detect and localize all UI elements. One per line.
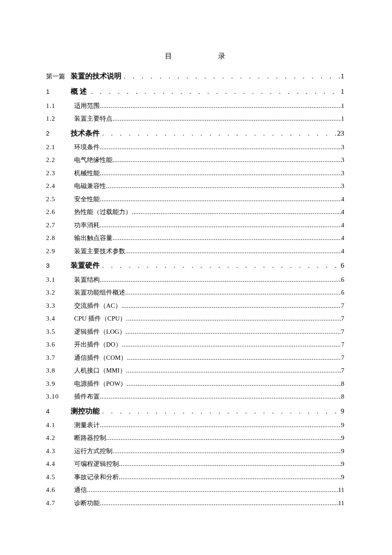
toc-entry-number: 3.3 [46,300,71,312]
toc-leader: ........................................… [121,300,341,312]
toc-entry-label: 功率消耗 [71,219,100,231]
toc-entry: 4.3运行方式控制...............................… [46,445,344,457]
toc-entry: 3.8人机接口（MMI）............................… [46,364,344,377]
toc-entry-page: 7 [341,312,345,325]
toc-leader: ........................................… [100,497,338,509]
toc-entry: 3.6开出插件（DO）.............................… [46,338,344,351]
toc-entry: 4测控功能．．．．．．．．．．．．．．．．．．．．．．．．．．．．．．．．．．．… [46,405,344,418]
toc-entry-page: 1 [341,85,345,98]
toc-entry-number: 2.7 [46,219,71,231]
toc-leader: ．．．．．．．．．．．．．．．．．．．．．．．．．．．．．．．．．．．．．．．．… [100,405,341,418]
toc-entry-number: 2.1 [46,141,71,153]
toc-entry: 4.6通信...................................… [46,484,344,496]
toc-leader: ........................................… [112,113,341,125]
toc-entry-number: 3.5 [46,326,71,338]
toc-entry-page: 7 [341,300,345,312]
toc-entry-page: 9 [341,419,345,431]
toc-entry-page: 1 [341,69,345,83]
toc-entry-page: 7 [341,352,345,364]
toc-entry-label: 安全性能 [71,193,100,205]
toc-leader: ........................................… [100,167,341,179]
toc-entry: 4.1测量表计.................................… [46,419,344,431]
toc-entry-number: 3.10 [46,390,71,403]
toc-entry-label: CPU 插件（CPU） [71,312,126,325]
toc-leader: ........................................… [112,445,341,457]
toc-entry: 3.2装置功能组件概述.............................… [46,286,344,299]
toc-entry-number: 4.3 [46,445,71,457]
toc-entry-page: 4 [341,232,345,244]
toc-entry-number: 4.2 [46,432,71,444]
toc-entry: 2.2电气绝缘性能...............................… [46,154,344,166]
toc-entry: 2.4电磁兼容性................................… [46,180,344,192]
toc-leader: ........................................… [125,245,341,257]
toc-entry-page: 4 [341,193,345,205]
toc-entry: 3.4CPU 插件（CPU）..........................… [46,312,344,325]
toc-entry-label: 电磁兼容性 [71,180,106,192]
toc-entry-page: 11 [338,497,344,509]
toc-entry-page: 9 [341,458,345,470]
toc-leader: ．．．．．．．．．．．．．．．．．．．．．．．．．．．．．．．．．．．．．．．．… [100,260,341,272]
toc-entry: 3.7通信插件（COM）............................… [46,352,344,364]
toc-entry: 2.1环境条件.................................… [46,141,344,153]
toc-leader: ........................................… [112,154,341,166]
toc-entry-number: 3.6 [46,338,71,351]
toc-entry-label: 断路器控制 [71,432,106,444]
toc-entry: 3.1装置结构.................................… [46,274,344,286]
toc-entry-number: 3.2 [46,286,71,299]
toc-leader: ........................................… [126,364,341,377]
toc-entry-number: 2.9 [46,245,71,257]
toc-entry-number: 3.4 [46,312,71,325]
toc-entry-page: 3 [341,180,345,192]
toc-entry-label: 测控功能 [71,405,100,418]
toc-leader: ........................................… [106,180,341,192]
toc-entry-page: 9 [341,471,345,483]
toc-entry-number: 3.8 [46,364,71,377]
toc-leader: ........................................… [100,141,341,153]
toc-entry-number: 2.8 [46,232,71,244]
toc-entry-label: 通信插件（COM） [71,352,127,364]
toc-entry-number: 3 [46,260,71,272]
toc-leader: ........................................… [100,193,341,205]
toc-entry-label: 装置的技术说明 [71,69,121,83]
toc-entry-label: 可编程逻辑控制 [71,458,119,470]
toc-entry-page: 1 [341,100,345,112]
toc-leader: ........................................… [132,206,341,218]
toc-entry-label: 热性能（过载能力） [71,206,132,218]
toc-entry-page: 9 [341,405,345,418]
toc-entry-label: 开出插件（DO） [71,338,122,351]
toc-entry: 2.7功率消耗.................................… [46,219,344,231]
toc-entry-page: 3 [341,167,345,179]
toc-leader: ．．．．．．．．．．．．．．．．．．．．．．．．．．．．．．．．．．．．．．．．… [121,70,341,83]
toc-entry: 4.4可编程逻辑控制..............................… [46,458,344,470]
toc-entry: 2技术条件．．．．．．．．．．．．．．．．．．．．．．．．．．．．．．．．．．．… [46,127,344,140]
toc-title: 目 录 [46,51,344,61]
toc-leader: ........................................… [122,338,341,351]
toc-entry-label: 电气绝缘性能 [71,154,112,166]
toc-entry-label: 环境条件 [71,141,100,153]
toc-entry: 1.2装置主要特点...............................… [46,113,344,125]
toc-entry-page: 4 [341,206,345,218]
toc-leader: ........................................… [119,458,341,470]
toc-entry: 第一篇装置的技术说明．．．．．．．．．．．．．．．．．．．．．．．．．．．．．．… [46,69,344,83]
toc-leader: ........................................… [126,312,341,325]
toc-entry: 2.5安全性能.................................… [46,193,344,205]
toc-entry-label: 交流插件（AC） [71,300,121,312]
toc-leader: ........................................… [106,432,341,444]
toc-entry: 2.9装置主要技术参数.............................… [46,245,344,257]
toc-entry-label: 事故记录和分析 [71,471,119,483]
toc-entry-number: 2.6 [46,206,71,218]
toc-entry-label: 逻辑插件（LOG） [71,326,126,338]
toc-entry-label: 运行方式控制 [71,445,112,457]
toc-leader: ．．．．．．．．．．．．．．．．．．．．．．．．．．．．．．．．．．．．．．．．… [100,127,337,140]
toc-leader: ........................................… [126,326,341,338]
toc-entry-label: 技术条件 [71,127,100,140]
toc-entry-page: 4 [341,219,345,231]
toc-entry-label: 人机接口（MMI） [71,364,126,377]
toc-entry-page: 8 [341,378,345,390]
toc-leader: ........................................… [127,378,341,390]
toc-entry-label: 装置主要特点 [71,113,112,125]
toc-entry-page: 6 [341,274,345,286]
toc-entry: 3装置硬件．．．．．．．．．．．．．．．．．．．．．．．．．．．．．．．．．．．… [46,259,344,272]
toc-entry: 4.7诊断功能.................................… [46,497,344,509]
toc-entry: 2.3机械性能.................................… [46,167,344,179]
